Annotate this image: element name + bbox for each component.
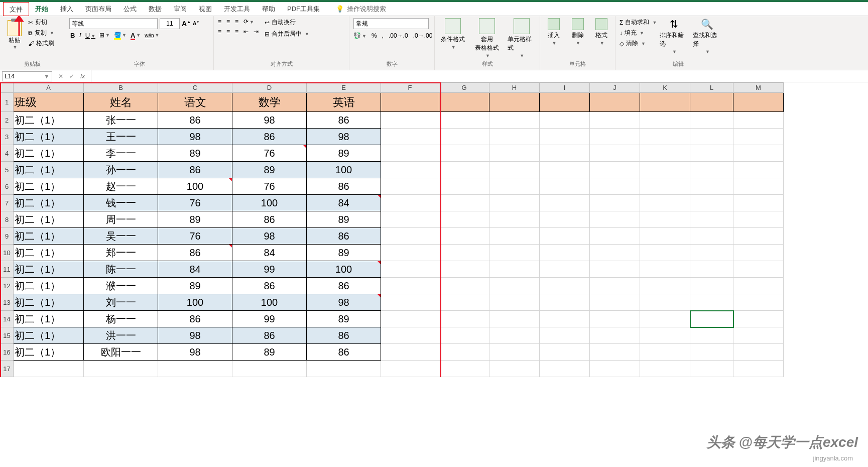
cell-A13[interactable]: 初二（1） [14, 294, 84, 311]
tab-review[interactable]: 审阅 [168, 2, 193, 16]
tab-formulas[interactable]: 公式 [117, 2, 143, 16]
cell-L3[interactable] [690, 129, 733, 145]
cell-E15[interactable]: 86 [307, 327, 381, 344]
cell-A16[interactable]: 初二（1） [14, 344, 84, 361]
cell-C17[interactable] [158, 361, 232, 377]
cell-L14[interactable] [690, 311, 733, 327]
column-header-K[interactable]: K [640, 83, 690, 93]
row-header-12[interactable]: 12 [1, 278, 14, 294]
cell-C14[interactable]: 86 [158, 311, 232, 327]
cell-G5[interactable] [439, 162, 489, 178]
fill-button[interactable]: ↓填充▼ [619, 29, 657, 37]
row-header-2[interactable]: 2 [1, 112, 14, 129]
cell-M2[interactable] [733, 112, 784, 129]
cell-G6[interactable] [439, 178, 489, 195]
cell-D16[interactable]: 89 [232, 344, 307, 361]
cell-F16[interactable] [381, 344, 439, 361]
cell-D17[interactable] [232, 361, 307, 377]
cell-G7[interactable] [439, 195, 489, 211]
cell-M14[interactable] [733, 311, 784, 327]
cell-E14[interactable]: 89 [307, 311, 381, 327]
cell-styles-button[interactable]: 单元格样式▼ [508, 18, 536, 58]
cell-A12[interactable]: 初二（1） [14, 278, 84, 294]
cell-H14[interactable] [489, 311, 540, 327]
fx-icon[interactable]: fx [80, 73, 85, 80]
insert-cells-button[interactable]: 插入▼ [544, 18, 563, 46]
cell-D11[interactable]: 99 [232, 261, 307, 278]
cell-L9[interactable] [690, 228, 733, 245]
column-header-H[interactable]: H [489, 83, 540, 93]
cell-J11[interactable] [590, 261, 640, 278]
cell-M11[interactable] [733, 261, 784, 278]
cell-M16[interactable] [733, 344, 784, 361]
cell-D14[interactable]: 99 [232, 311, 307, 327]
cell-D15[interactable]: 86 [232, 327, 307, 344]
row-header-6[interactable]: 6 [1, 178, 14, 195]
cell-M10[interactable] [733, 245, 784, 261]
cell-L6[interactable] [690, 178, 733, 195]
cell-B9[interactable]: 吴一一 [84, 228, 158, 245]
cell-E2[interactable]: 86 [307, 112, 381, 129]
cell-A2[interactable]: 初二（1） [14, 112, 84, 129]
cell-I14[interactable] [540, 311, 590, 327]
cell-D5[interactable]: 89 [232, 162, 307, 178]
cell-B11[interactable]: 陈一一 [84, 261, 158, 278]
increase-font-icon[interactable]: A▲ [182, 20, 191, 28]
format-as-table-button[interactable]: 套用 表格格式▼ [473, 18, 501, 58]
cell-J9[interactable] [590, 228, 640, 245]
cell-K8[interactable] [640, 211, 690, 228]
cell-M15[interactable] [733, 327, 784, 344]
row-header-10[interactable]: 10 [1, 245, 14, 261]
cell-B10[interactable]: 郑一一 [84, 245, 158, 261]
cell-E8[interactable]: 89 [307, 211, 381, 228]
cell-A7[interactable]: 初二（1） [14, 195, 84, 211]
row-header-17[interactable]: 17 [1, 361, 14, 377]
cell-D8[interactable]: 86 [232, 211, 307, 228]
cell-H8[interactable] [489, 211, 540, 228]
cell-H1[interactable] [489, 93, 540, 112]
cell-G9[interactable] [439, 228, 489, 245]
cell-F1[interactable] [381, 93, 439, 112]
cell-H9[interactable] [489, 228, 540, 245]
cell-F15[interactable] [381, 327, 439, 344]
decrease-indent-icon[interactable]: ⇤ [243, 28, 249, 35]
cell-J1[interactable] [590, 93, 640, 112]
tab-file[interactable]: 文件 [3, 2, 29, 16]
cell-J17[interactable] [590, 361, 640, 377]
cell-A3[interactable]: 初二（1） [14, 129, 84, 145]
cell-L8[interactable] [690, 211, 733, 228]
cell-H2[interactable] [489, 112, 540, 129]
column-header-A[interactable]: A [14, 83, 84, 93]
cell-J2[interactable] [590, 112, 640, 129]
select-all-corner[interactable] [1, 83, 14, 93]
cell-A11[interactable]: 初二（1） [14, 261, 84, 278]
tell-me-search[interactable]: 💡 操作说明搜索 [336, 5, 386, 14]
cell-B14[interactable]: 杨一一 [84, 311, 158, 327]
row-header-1[interactable]: 1 [1, 93, 14, 112]
cell-C12[interactable]: 89 [158, 278, 232, 294]
cell-E16[interactable]: 86 [307, 344, 381, 361]
cell-A6[interactable]: 初二（1） [14, 178, 84, 195]
cell-C1[interactable]: 语文 [158, 93, 232, 112]
cell-C15[interactable]: 98 [158, 327, 232, 344]
column-header-E[interactable]: E [307, 83, 381, 93]
cell-M3[interactable] [733, 129, 784, 145]
cell-G17[interactable] [439, 361, 489, 377]
cell-E7[interactable]: 84 [307, 195, 381, 211]
font-color-button[interactable]: A▼ [131, 32, 141, 39]
tab-insert[interactable]: 插入 [54, 2, 79, 16]
cell-A9[interactable]: 初二（1） [14, 228, 84, 245]
column-header-L[interactable]: L [690, 83, 733, 93]
underline-button[interactable]: U▼ [85, 32, 95, 39]
cell-D9[interactable]: 98 [232, 228, 307, 245]
tab-help[interactable]: 帮助 [256, 2, 281, 16]
align-bottom-icon[interactable]: ≡ [235, 18, 238, 25]
cell-B13[interactable]: 刘一一 [84, 294, 158, 311]
cell-C6[interactable]: 100 [158, 178, 232, 195]
row-header-15[interactable]: 15 [1, 327, 14, 344]
cell-E12[interactable]: 86 [307, 278, 381, 294]
cell-L4[interactable] [690, 145, 733, 162]
cell-A15[interactable]: 初二（1） [14, 327, 84, 344]
align-top-icon[interactable]: ≡ [218, 18, 221, 25]
cell-K13[interactable] [640, 294, 690, 311]
